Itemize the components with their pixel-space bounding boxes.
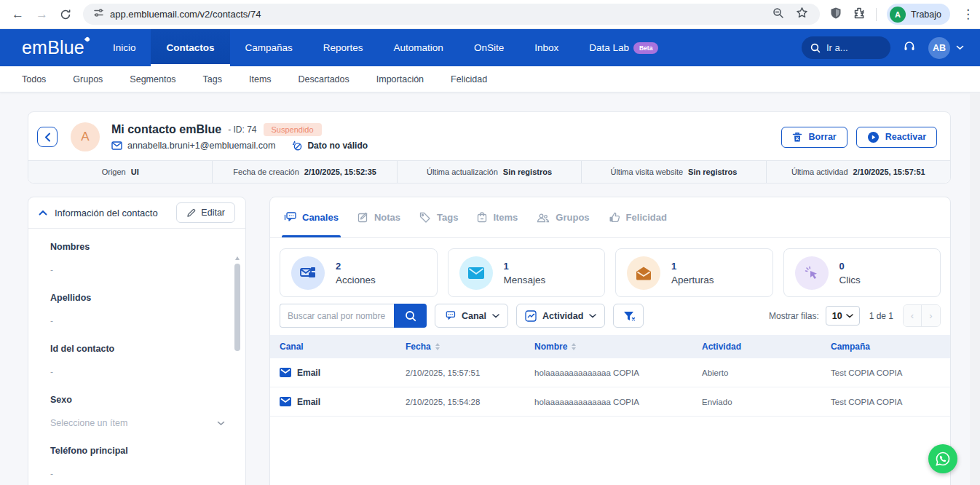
actions-icon	[299, 265, 317, 281]
channels-toolbar: Canal Actividad Mostrar filas: 10 1 de 1	[270, 297, 950, 328]
nav-item-onsite[interactable]: OnSite	[459, 29, 519, 66]
chevron-left-icon	[44, 133, 51, 142]
subnav-item[interactable]: Items	[249, 74, 272, 84]
table-row[interactable]: Email 2/10/2025, 15:54:28 holaaaaaaaaaaa…	[270, 387, 950, 417]
stat-aperturas: 1Aperturas	[615, 248, 773, 297]
nav-item-reportes[interactable]: Reportes	[308, 29, 379, 66]
subnav-item[interactable]: Felicidad	[451, 74, 487, 84]
extensions-puzzle-icon[interactable]	[853, 7, 866, 23]
channel-search-input[interactable]	[280, 304, 394, 328]
browser-profile-avatar: A	[890, 7, 906, 23]
stat-mensajes: 1Mensajes	[448, 248, 606, 297]
group-icon	[537, 213, 550, 223]
prev-page-button[interactable]: ‹	[904, 305, 922, 326]
nav-item-contactos[interactable]: Contactos	[151, 29, 229, 66]
chevron-down-icon	[956, 45, 964, 50]
tab-felicidad[interactable]: Felicidad	[599, 197, 676, 237]
browser-profile-chip[interactable]: A Trabajo	[887, 4, 950, 25]
contact-name: Mi contacto emBlue	[111, 123, 221, 136]
nav-item-campanas[interactable]: Campañas	[230, 29, 308, 66]
tab-notas[interactable]: Notas	[348, 197, 410, 237]
reload-icon[interactable]	[60, 9, 71, 20]
column-campana[interactable]: Campaña	[821, 342, 950, 352]
whatsapp-icon	[933, 449, 952, 468]
column-canal[interactable]: Canal	[270, 342, 396, 352]
subnav-item[interactable]: Grupos	[73, 74, 103, 84]
clicks-icon	[804, 265, 820, 281]
meta-cell: Última actualización Sin registros	[398, 161, 582, 183]
notes-icon	[357, 212, 368, 223]
contact-meta-bar: Origen UI Fecha de creación 2/10/2025, 1…	[28, 160, 950, 183]
site-settings-icon[interactable]	[93, 7, 104, 21]
back-button[interactable]	[37, 127, 58, 147]
tab-canales[interactable]: Canales	[274, 197, 348, 237]
page-scrollbar-track[interactable]	[970, 92, 980, 485]
subnav-item[interactable]: Descartados	[299, 74, 349, 84]
table-body: Email 2/10/2025, 15:57:51 holaaaaaaaaaaa…	[270, 358, 950, 417]
url-bar[interactable]: app.embluemail.com/v2/contacts/74	[83, 4, 820, 25]
emblue-logo[interactable]: emBlue	[22, 29, 84, 66]
meta-cell: Última visita website Sin registros	[582, 161, 766, 183]
global-search-input[interactable]	[826, 42, 877, 53]
nav-item-inbox[interactable]: Inbox	[519, 29, 574, 66]
column-actividad[interactable]: Actividad	[692, 342, 821, 352]
clear-filters-button[interactable]	[613, 304, 644, 328]
search-icon	[810, 43, 821, 53]
subnav-item[interactable]: Todos	[22, 74, 46, 84]
column-nombre[interactable]: Nombre	[525, 342, 692, 352]
scrollbar-arrow[interactable]	[235, 256, 240, 260]
tab-grupos[interactable]: Grupos	[527, 197, 598, 237]
global-search[interactable]	[802, 36, 890, 59]
chrome-divider	[876, 8, 877, 21]
browser-toolbar: ← → app.embluemail.com/v2/contacts/74	[0, 0, 980, 29]
support-headset-icon[interactable]	[903, 40, 916, 56]
collapse-chevron-up-icon[interactable]	[39, 210, 47, 216]
user-menu[interactable]: AB	[928, 37, 964, 59]
forward-icon[interactable]: →	[36, 7, 48, 22]
whatsapp-button[interactable]	[928, 444, 957, 473]
nav-item-datalab[interactable]: Data LabBeta	[574, 29, 673, 66]
shield-extension-icon[interactable]	[829, 7, 842, 23]
browser-menu-icon[interactable]: ⋮	[962, 7, 974, 22]
nav-item-automation[interactable]: Automation	[379, 29, 459, 66]
column-fecha[interactable]: Fecha	[396, 342, 525, 352]
canal-filter-dropdown[interactable]: Canal	[435, 304, 508, 328]
scrollbar-thumb[interactable]	[234, 264, 240, 351]
nav-item-inicio[interactable]: Inicio	[98, 29, 151, 66]
stat-acciones: 2Acciones	[280, 248, 438, 297]
chevron-down-icon	[217, 421, 225, 426]
table-row[interactable]: Email 2/10/2025, 15:57:51 holaaaaaaaaaaa…	[270, 358, 950, 387]
contact-info-panel: Información del contacto Editar Nombres …	[28, 197, 246, 485]
delete-button[interactable]: Borrar	[781, 127, 847, 148]
subnav-item[interactable]: Importación	[376, 74, 424, 84]
invalid-data-label: Dato no válido	[307, 141, 368, 151]
subnav-item[interactable]: Tags	[203, 74, 222, 84]
channel-search-button[interactable]	[394, 304, 427, 328]
email-channel-icon	[280, 368, 291, 377]
edit-button[interactable]: Editar	[176, 202, 235, 223]
sort-icon	[435, 343, 440, 350]
trash-icon	[792, 132, 802, 143]
zoom-icon[interactable]	[772, 7, 784, 22]
chevron-down-icon	[846, 314, 853, 318]
bookmark-star-icon[interactable]	[796, 7, 808, 22]
contacts-subnav: TodosGruposSegmentosTagsItemsDescartados…	[0, 66, 980, 92]
contact-id: - ID: 74	[228, 125, 256, 135]
back-icon[interactable]: ←	[12, 7, 24, 22]
actividad-filter-dropdown[interactable]: Actividad	[516, 304, 605, 328]
subnav-item[interactable]: Segmentos	[130, 74, 175, 84]
tab-tags[interactable]: Tags	[410, 197, 467, 237]
sexo-select[interactable]: Seleccione un ítem	[50, 418, 228, 428]
contact-detail-card: Canales Notas Tags Items Grupos Felicida…	[269, 197, 951, 485]
rows-per-page-select[interactable]: 10	[826, 306, 860, 326]
email-icon	[111, 141, 122, 150]
url-text[interactable]: app.embluemail.com/v2/contacts/74	[110, 9, 772, 20]
field-telefono-principal: Teléfono principal -	[50, 446, 228, 479]
reactivate-button[interactable]: Reactivar	[856, 127, 937, 148]
email-channel-icon	[280, 397, 291, 406]
meta-cell: Origen UI	[28, 161, 213, 183]
contact-header-card: A Mi contacto emBlue - ID: 74 Suspendido…	[28, 111, 951, 184]
next-page-button[interactable]: ›	[922, 305, 940, 326]
user-avatar: AB	[928, 37, 950, 59]
tab-items[interactable]: Items	[467, 197, 527, 237]
